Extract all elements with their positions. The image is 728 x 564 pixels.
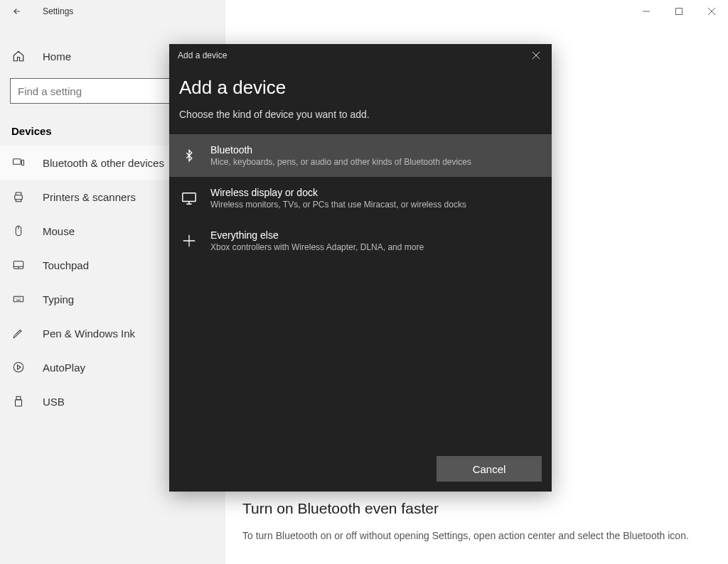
option-title: Wireless display or dock: [210, 187, 466, 198]
option-desc: Mice, keyboards, pens, or audio and othe…: [210, 157, 471, 167]
sidebar-item-label: Bluetooth & other devices: [43, 157, 164, 169]
plus-icon: [179, 231, 199, 251]
option-desc: Xbox controllers with Wireless Adapter, …: [210, 242, 424, 252]
device-option-everything[interactable]: Everything else Xbox controllers with Wi…: [169, 219, 552, 262]
cancel-button[interactable]: Cancel: [437, 456, 542, 482]
sidebar-item-label: USB: [43, 396, 65, 408]
option-title: Bluetooth: [210, 144, 471, 156]
svg-rect-9: [676, 9, 682, 15]
device-option-bluetooth[interactable]: Bluetooth Mice, keyboards, pens, or audi…: [169, 134, 552, 177]
window-controls: [630, 0, 728, 23]
sidebar-item-label: Mouse: [43, 225, 75, 237]
dialog-chrome-title: Add a device: [178, 50, 227, 60]
device-option-wireless[interactable]: Wireless display or dock Wireless monito…: [169, 177, 552, 219]
home-icon: [11, 50, 26, 63]
autoplay-icon: [11, 361, 26, 374]
home-label: Home: [43, 50, 71, 63]
monitor-icon: [179, 188, 199, 208]
sidebar-item-label: Printers & scanners: [43, 191, 136, 203]
content-text: To turn Bluetooth on or off without open…: [242, 528, 697, 543]
svg-rect-0: [14, 159, 21, 165]
add-device-dialog: Add a device Add a device Choose the kin…: [169, 44, 552, 492]
dialog-titlebar: Add a device: [169, 44, 552, 67]
svg-rect-1: [22, 160, 24, 166]
back-button[interactable]: [10, 6, 24, 16]
pen-icon: [11, 327, 26, 340]
sidebar-item-label: Typing: [43, 293, 74, 305]
dialog-title: Add a device: [179, 77, 542, 99]
sidebar-item-label: Pen & Windows Ink: [43, 327, 135, 340]
bluetooth-icon: [179, 146, 199, 166]
minimize-button[interactable]: [630, 0, 663, 23]
option-desc: Wireless monitors, TVs, or PCs that use …: [210, 200, 466, 210]
option-title: Everything else: [210, 229, 424, 241]
window-title: Settings: [43, 6, 73, 16]
sidebar-item-label: Touchpad: [43, 259, 89, 271]
svg-point-6: [14, 362, 23, 372]
svg-rect-2: [15, 195, 23, 200]
usb-icon: [11, 395, 26, 408]
maximize-button[interactable]: [663, 0, 695, 23]
titlebar: Settings: [0, 0, 225, 23]
mouse-icon: [11, 224, 26, 237]
close-button[interactable]: [695, 0, 728, 23]
printer-icon: [11, 190, 26, 203]
device-option-list: Bluetooth Mice, keyboards, pens, or audi…: [169, 134, 552, 262]
svg-rect-8: [16, 400, 22, 406]
content-subtitle: Turn on Bluetooth even faster: [242, 500, 728, 517]
svg-rect-5: [14, 296, 23, 302]
svg-rect-7: [16, 396, 21, 400]
dialog-close-button[interactable]: [520, 44, 552, 67]
touchpad-icon: [11, 259, 26, 271]
svg-rect-10: [183, 193, 196, 202]
dialog-subtitle: Choose the kind of device you want to ad…: [179, 109, 542, 120]
sidebar-item-label: AutoPlay: [43, 362, 85, 374]
devices-icon: [11, 156, 26, 169]
keyboard-icon: [11, 293, 26, 305]
